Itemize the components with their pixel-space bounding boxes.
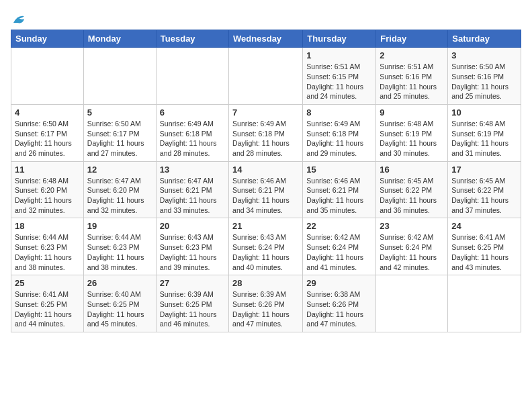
day-number: 26 — [87, 278, 152, 288]
day-number: 12 — [87, 165, 152, 175]
day-number: 24 — [451, 221, 517, 231]
calendar-cell: 18Sunrise: 6:44 AM Sunset: 6:23 PM Dayli… — [11, 218, 84, 275]
day-info: Sunrise: 6:51 AM Sunset: 6:16 PM Dayligh… — [380, 62, 444, 101]
logo — [11, 11, 27, 24]
day-number: 23 — [380, 221, 444, 231]
day-number: 17 — [451, 165, 517, 175]
calendar-cell: 19Sunrise: 6:44 AM Sunset: 6:23 PM Dayli… — [83, 218, 156, 275]
calendar-cell: 28Sunrise: 6:39 AM Sunset: 6:26 PM Dayli… — [229, 275, 303, 332]
day-number: 19 — [87, 221, 152, 231]
day-info: Sunrise: 6:40 AM Sunset: 6:25 PM Dayligh… — [87, 289, 152, 329]
calendar-cell — [376, 275, 448, 332]
day-info: Sunrise: 6:44 AM Sunset: 6:23 PM Dayligh… — [15, 232, 80, 272]
calendar-cell: 2Sunrise: 6:51 AM Sunset: 6:16 PM Daylig… — [376, 48, 448, 105]
calendar-cell: 17Sunrise: 6:45 AM Sunset: 6:22 PM Dayli… — [448, 161, 521, 218]
day-info: Sunrise: 6:48 AM Sunset: 6:20 PM Dayligh… — [15, 176, 80, 216]
day-number: 5 — [87, 107, 152, 118]
day-number: 18 — [15, 221, 80, 231]
logo-bird-icon — [12, 13, 27, 26]
calendar-cell: 25Sunrise: 6:41 AM Sunset: 6:25 PM Dayli… — [11, 275, 84, 332]
col-header-friday: Friday — [376, 30, 448, 48]
calendar-table: SundayMondayTuesdayWednesdayThursdayFrid… — [11, 30, 521, 332]
day-info: Sunrise: 6:41 AM Sunset: 6:25 PM Dayligh… — [15, 289, 80, 329]
calendar-cell: 7Sunrise: 6:49 AM Sunset: 6:18 PM Daylig… — [229, 104, 303, 161]
day-info: Sunrise: 6:43 AM Sunset: 6:24 PM Dayligh… — [232, 232, 299, 272]
calendar-cell: 13Sunrise: 6:47 AM Sunset: 6:21 PM Dayli… — [156, 161, 228, 218]
day-number: 13 — [160, 165, 225, 175]
day-number: 14 — [232, 165, 299, 175]
calendar-cell: 8Sunrise: 6:49 AM Sunset: 6:18 PM Daylig… — [303, 104, 376, 161]
day-info: Sunrise: 6:50 AM Sunset: 6:17 PM Dayligh… — [15, 119, 80, 158]
col-header-monday: Monday — [83, 30, 156, 48]
day-info: Sunrise: 6:50 AM Sunset: 6:17 PM Dayligh… — [87, 119, 152, 158]
day-number: 3 — [451, 50, 517, 60]
day-info: Sunrise: 6:49 AM Sunset: 6:18 PM Dayligh… — [160, 119, 225, 158]
calendar-cell: 20Sunrise: 6:43 AM Sunset: 6:23 PM Dayli… — [156, 218, 228, 275]
day-info: Sunrise: 6:49 AM Sunset: 6:18 PM Dayligh… — [232, 119, 299, 158]
day-number: 10 — [451, 107, 517, 118]
day-info: Sunrise: 6:48 AM Sunset: 6:19 PM Dayligh… — [380, 119, 444, 158]
calendar-cell: 24Sunrise: 6:41 AM Sunset: 6:25 PM Dayli… — [448, 218, 521, 275]
calendar-cell — [229, 48, 303, 105]
day-number: 8 — [306, 107, 372, 118]
day-info: Sunrise: 6:39 AM Sunset: 6:26 PM Dayligh… — [232, 289, 299, 329]
calendar-cell: 12Sunrise: 6:47 AM Sunset: 6:20 PM Dayli… — [83, 161, 156, 218]
col-header-tuesday: Tuesday — [156, 30, 228, 48]
day-info: Sunrise: 6:47 AM Sunset: 6:21 PM Dayligh… — [160, 176, 225, 216]
day-number: 22 — [306, 221, 372, 231]
day-info: Sunrise: 6:38 AM Sunset: 6:26 PM Dayligh… — [306, 289, 372, 329]
day-info: Sunrise: 6:39 AM Sunset: 6:25 PM Dayligh… — [160, 289, 225, 329]
calendar-cell: 22Sunrise: 6:42 AM Sunset: 6:24 PM Dayli… — [303, 218, 376, 275]
day-info: Sunrise: 6:45 AM Sunset: 6:22 PM Dayligh… — [380, 176, 444, 216]
calendar-cell: 5Sunrise: 6:50 AM Sunset: 6:17 PM Daylig… — [83, 104, 156, 161]
day-info: Sunrise: 6:43 AM Sunset: 6:23 PM Dayligh… — [160, 232, 225, 272]
calendar-cell: 4Sunrise: 6:50 AM Sunset: 6:17 PM Daylig… — [11, 104, 84, 161]
day-info: Sunrise: 6:42 AM Sunset: 6:24 PM Dayligh… — [306, 232, 372, 272]
day-number: 27 — [160, 278, 225, 288]
calendar-cell: 23Sunrise: 6:42 AM Sunset: 6:24 PM Dayli… — [376, 218, 448, 275]
day-number: 4 — [15, 107, 80, 118]
calendar-cell — [83, 48, 156, 105]
col-header-thursday: Thursday — [303, 30, 376, 48]
calendar-cell: 9Sunrise: 6:48 AM Sunset: 6:19 PM Daylig… — [376, 104, 448, 161]
day-info: Sunrise: 6:42 AM Sunset: 6:24 PM Dayligh… — [380, 232, 444, 272]
day-number: 9 — [380, 107, 444, 118]
day-number: 15 — [306, 165, 372, 175]
day-info: Sunrise: 6:45 AM Sunset: 6:22 PM Dayligh… — [451, 176, 517, 216]
day-number: 7 — [232, 107, 299, 118]
day-info: Sunrise: 6:50 AM Sunset: 6:16 PM Dayligh… — [451, 62, 517, 101]
calendar-cell: 10Sunrise: 6:48 AM Sunset: 6:19 PM Dayli… — [448, 104, 521, 161]
calendar-cell — [156, 48, 228, 105]
page-header — [11, 11, 521, 24]
calendar-cell: 26Sunrise: 6:40 AM Sunset: 6:25 PM Dayli… — [83, 275, 156, 332]
day-info: Sunrise: 6:49 AM Sunset: 6:18 PM Dayligh… — [306, 119, 372, 158]
calendar-cell — [448, 275, 521, 332]
day-number: 20 — [160, 221, 225, 231]
day-info: Sunrise: 6:51 AM Sunset: 6:15 PM Dayligh… — [306, 62, 372, 101]
day-number: 11 — [15, 165, 80, 175]
day-number: 1 — [306, 50, 372, 60]
day-number: 16 — [380, 165, 444, 175]
calendar-cell: 29Sunrise: 6:38 AM Sunset: 6:26 PM Dayli… — [303, 275, 376, 332]
logo-text — [11, 11, 27, 27]
calendar-cell: 3Sunrise: 6:50 AM Sunset: 6:16 PM Daylig… — [448, 48, 521, 105]
day-number: 29 — [306, 278, 372, 288]
calendar-cell: 27Sunrise: 6:39 AM Sunset: 6:25 PM Dayli… — [156, 275, 228, 332]
col-header-wednesday: Wednesday — [229, 30, 303, 48]
day-info: Sunrise: 6:41 AM Sunset: 6:25 PM Dayligh… — [451, 232, 517, 272]
calendar-cell — [11, 48, 84, 105]
day-info: Sunrise: 6:47 AM Sunset: 6:20 PM Dayligh… — [87, 176, 152, 216]
calendar-cell: 15Sunrise: 6:46 AM Sunset: 6:21 PM Dayli… — [303, 161, 376, 218]
calendar-cell: 21Sunrise: 6:43 AM Sunset: 6:24 PM Dayli… — [229, 218, 303, 275]
calendar-cell: 16Sunrise: 6:45 AM Sunset: 6:22 PM Dayli… — [376, 161, 448, 218]
day-number: 2 — [380, 50, 444, 60]
day-info: Sunrise: 6:46 AM Sunset: 6:21 PM Dayligh… — [232, 176, 299, 216]
calendar-cell: 1Sunrise: 6:51 AM Sunset: 6:15 PM Daylig… — [303, 48, 376, 105]
day-number: 6 — [160, 107, 225, 118]
day-info: Sunrise: 6:48 AM Sunset: 6:19 PM Dayligh… — [451, 119, 517, 158]
day-number: 28 — [232, 278, 299, 288]
day-number: 25 — [15, 278, 80, 288]
col-header-sunday: Sunday — [11, 30, 84, 48]
day-info: Sunrise: 6:44 AM Sunset: 6:23 PM Dayligh… — [87, 232, 152, 272]
day-info: Sunrise: 6:46 AM Sunset: 6:21 PM Dayligh… — [306, 176, 372, 216]
